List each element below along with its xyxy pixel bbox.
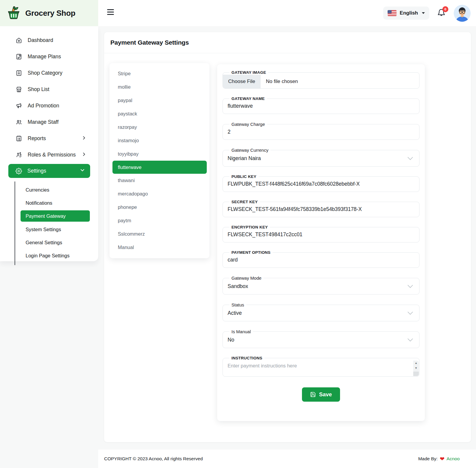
gateway-currency-label: Gateway Currency (229, 148, 270, 153)
main-content-panel: Payment Gateway Settings Stripe mollie p… (104, 32, 471, 442)
save-button[interactable]: Save (302, 387, 340, 402)
sidebar-item-dashboard[interactable]: Dashboard (0, 32, 98, 48)
gateway-item-thawani[interactable]: thawani (109, 174, 209, 187)
gateway-name-input[interactable] (228, 101, 414, 110)
gateway-currency-field: Gateway Currency Nigerian Naira (223, 148, 419, 167)
page-title: Payment Gateway Settings (110, 39, 189, 46)
gateway-form: GATEWAY IMAGE Choose File No file chosen… (217, 64, 425, 421)
dashboard-icon (15, 37, 22, 44)
sidebar-item-manage-staff[interactable]: Manage Staff (0, 114, 98, 130)
chevron-down-icon (407, 336, 414, 343)
secret-key-label: SECRET KEY (229, 200, 260, 204)
choose-file-button[interactable]: Choose File (223, 75, 261, 88)
language-label: English (400, 10, 418, 16)
gateway-item-paystack[interactable]: paystack (109, 107, 209, 120)
settings-submenu: Currencies Notifications Payment Gateway… (15, 181, 98, 265)
sidebar-item-settings[interactable]: Settings (8, 164, 90, 178)
gateway-mode-select[interactable]: Sandbox (228, 281, 414, 291)
encryption-key-label: ENCRYPTION KEY (229, 225, 270, 229)
payment-options-input[interactable] (228, 255, 414, 264)
gateway-item-phonepe[interactable]: phonepe (109, 201, 209, 214)
user-avatar[interactable] (454, 5, 471, 22)
chevron-down-icon (407, 283, 414, 290)
page-title-row: Payment Gateway Settings (104, 32, 471, 53)
submenu-item-payment-gateway[interactable]: Payment Gateway (21, 210, 90, 222)
plans-icon (15, 53, 22, 60)
gateway-item-razorpay[interactable]: razorpay (109, 120, 209, 134)
gateway-charge-input[interactable] (228, 127, 414, 136)
sidebar-item-manage-plans[interactable]: Manage Plans (0, 48, 98, 65)
encryption-key-input[interactable] (228, 230, 414, 239)
submenu-item-login-page-settings[interactable]: Login Page Settings (15, 249, 98, 262)
caret-down-icon (422, 12, 425, 14)
gateway-item-flutterwave[interactable]: flutterwave (112, 161, 207, 174)
sidebar-item-shop-category[interactable]: Shop Category (0, 65, 98, 81)
app-root: Grocery Shop (0, 0, 476, 468)
scroll-up-icon[interactable]: ▲ (415, 361, 417, 366)
gateway-item-mercadopago[interactable]: mercadopago (109, 187, 209, 201)
submenu-item-currencies[interactable]: Currencies (15, 183, 98, 196)
submenu-item-system-settings[interactable]: System Settings (15, 223, 98, 236)
gateway-item-stripe[interactable]: Stripe (109, 67, 209, 80)
secret-key-input[interactable] (228, 204, 414, 214)
scroll-down-icon[interactable]: ▼ (415, 366, 417, 371)
secret-key-field: SECRET KEY (223, 200, 419, 217)
status-select[interactable]: Active (228, 308, 414, 318)
instructions-field: INSTRUCTIONS ▲ ▼ (223, 356, 419, 377)
gateway-charge-field: Gateway Charge (223, 122, 419, 140)
storefront-icon (15, 86, 22, 93)
chevron-down-icon (80, 168, 85, 174)
copyright-text: COPYRIGHT © 2023 Acnoo, All rights Reser… (104, 456, 203, 461)
gateway-item-sslcommerz[interactable]: Sslcommerz (109, 227, 209, 241)
notification-count-badge: 0 (442, 6, 448, 12)
resize-grip[interactable] (413, 372, 419, 376)
public-key-label: PUBLIC KEY (229, 174, 259, 179)
gateway-mode-field: Gateway Mode Sandbox (223, 276, 419, 295)
gateway-name-label: GATEWAY NAME (229, 96, 267, 101)
submenu-item-notifications[interactable]: Notifications (15, 196, 98, 209)
chevron-down-icon (407, 155, 414, 162)
sidebar-item-ad-promotion[interactable]: Ad Promotion (0, 98, 98, 114)
is-manual-select[interactable]: No (228, 334, 414, 345)
public-key-input[interactable] (228, 179, 414, 188)
gateway-item-paytm[interactable]: paytm (109, 214, 209, 227)
gateway-currency-select[interactable]: Nigerian Naira (228, 153, 414, 163)
roles-icon (15, 151, 22, 158)
brand-logo-area: Grocery Shop (0, 0, 98, 26)
is-manual-field: Is Manual No (223, 329, 419, 348)
gateway-charge-label: Gateway Charge (229, 122, 267, 127)
gateway-item-manual[interactable]: Manual (109, 241, 209, 254)
gateway-image-label: GATEWAY IMAGE (229, 70, 268, 75)
gateway-mode-label: Gateway Mode (229, 276, 264, 281)
notifications-button[interactable]: 0 (437, 8, 446, 18)
textarea-scrollbar[interactable]: ▲ ▼ (413, 361, 419, 376)
language-selector[interactable]: English (383, 7, 429, 20)
file-chosen-status: No file chosen (261, 79, 298, 84)
payment-options-label: PAYMENT OPTIONS (229, 250, 273, 255)
gateway-image-file-input[interactable]: Choose File No file chosen (223, 75, 419, 88)
gateway-image-field: GATEWAY IMAGE Choose File No file chosen (223, 70, 419, 89)
gateway-item-instamojo[interactable]: instamojo (109, 134, 209, 147)
instructions-textarea[interactable] (223, 360, 419, 376)
encryption-key-field: ENCRYPTION KEY (223, 225, 419, 242)
sidebar-item-shop-list[interactable]: Shop List (0, 81, 98, 98)
gateway-item-toyyibpay[interactable]: toyyibpay (109, 147, 209, 161)
sidebar: Dashboard Manage Plans Shop Category Sho… (0, 26, 98, 261)
staff-icon (15, 119, 22, 126)
payment-options-field: PAYMENT OPTIONS (223, 250, 419, 268)
chevron-right-icon (82, 152, 86, 158)
gateway-name-field: GATEWAY NAME (223, 96, 419, 114)
sidebar-item-reports[interactable]: Reports (0, 130, 98, 147)
gear-icon (15, 168, 22, 174)
is-manual-label: Is Manual (229, 329, 253, 334)
submenu-item-general-settings[interactable]: General Settings (15, 236, 98, 249)
gateway-item-paypal[interactable]: paypal (109, 94, 209, 107)
gateway-item-mollie[interactable]: mollie (109, 80, 209, 94)
hamburger-menu-icon[interactable] (107, 9, 114, 17)
reports-icon (15, 135, 22, 142)
chevron-down-icon (407, 309, 414, 317)
sidebar-item-roles-permissions[interactable]: Roles & Permissions (0, 147, 98, 163)
save-floppy-icon (310, 392, 316, 397)
grocery-basket-logo-icon (6, 6, 21, 20)
author-link[interactable]: Acnoo (447, 456, 460, 461)
